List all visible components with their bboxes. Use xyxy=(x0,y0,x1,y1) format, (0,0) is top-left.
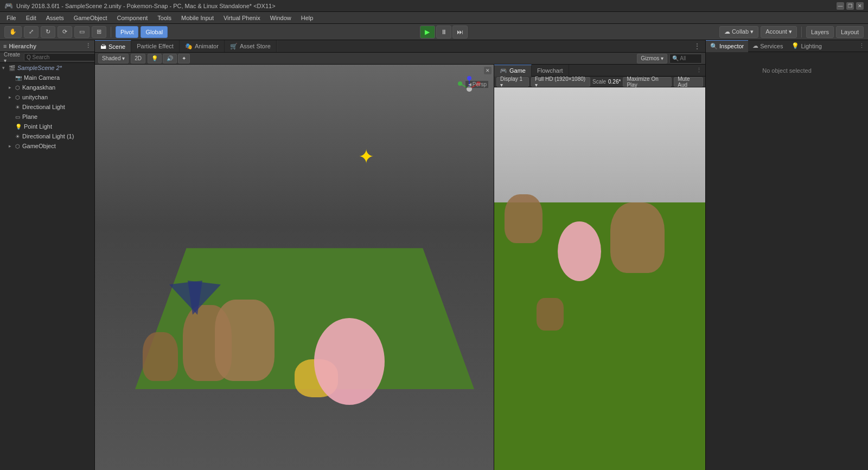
scene-view[interactable]: ✦ ◄Persp xyxy=(95,65,494,470)
maximize-play-button[interactable]: Maximize On Play xyxy=(623,77,672,87)
global-button[interactable]: Global xyxy=(141,26,168,38)
menu-virtual-phenix[interactable]: Virtual Phenix xyxy=(219,14,265,22)
menu-assets[interactable]: Assets xyxy=(42,14,68,22)
light2-icon: ☀ xyxy=(15,134,20,139)
menu-file[interactable]: File xyxy=(2,14,21,22)
tab-flowchart[interactable]: Flowchart xyxy=(532,65,569,77)
minimize-button[interactable]: — xyxy=(837,2,844,10)
scene-search-input[interactable] xyxy=(669,54,702,63)
mute-button[interactable]: Mute Aud xyxy=(674,77,703,87)
view-tabs: 🏔 Scene Particle Effect 🎭 Animator 🛒 Ass… xyxy=(95,40,705,53)
lighting-toggle[interactable]: 💡 xyxy=(148,54,162,63)
menu-edit[interactable]: Edit xyxy=(22,14,41,22)
lighting-icon: 💡 xyxy=(792,42,799,49)
menu-mobile-input[interactable]: Mobile Input xyxy=(177,14,218,22)
close-button[interactable]: ✕ xyxy=(856,2,864,10)
tab-lighting[interactable]: 💡 Lighting xyxy=(787,40,826,52)
top-right-buttons: ☁ Collab ▾ Account ▾ Layers Layout xyxy=(719,26,864,38)
rotate-tool-button[interactable]: ↻ xyxy=(41,26,55,38)
separator-1 xyxy=(111,27,111,37)
game-panel-options[interactable]: ⋮ xyxy=(696,67,705,74)
hierarchy-create-button[interactable]: Create ▾ xyxy=(2,51,22,64)
chansey-character xyxy=(314,318,385,405)
expand-arrow-go: ▸ xyxy=(9,143,15,149)
tab-scene[interactable]: 🏔 Scene xyxy=(95,40,131,52)
shading-button[interactable]: Shaded ▾ xyxy=(98,54,129,63)
game-kangaskhan2 xyxy=(610,202,665,273)
tab-animator[interactable]: 🎭 Animator xyxy=(180,40,225,52)
hierarchy-item-directionallight2[interactable]: ☀ Directional Light (1) xyxy=(0,131,94,141)
menu-bar: File Edit Assets GameObject Component To… xyxy=(0,12,868,24)
flowchart-tab-label: Flowchart xyxy=(537,67,563,74)
menu-component[interactable]: Component xyxy=(112,14,152,22)
hierarchy-item-kangaskhan[interactable]: ▸ ⬡ Kangaskhan xyxy=(0,82,94,92)
pointlight-icon: 💡 xyxy=(15,124,22,130)
play-button[interactable]: ▶ xyxy=(420,26,435,39)
menu-window[interactable]: Window xyxy=(266,14,296,22)
maximize-button[interactable]: ❐ xyxy=(846,2,854,10)
svg-point-5 xyxy=(467,76,471,80)
layout-button[interactable]: Layout xyxy=(836,26,864,38)
account-button[interactable]: Account ▾ xyxy=(761,26,797,38)
tab-game[interactable]: 🎮 Game xyxy=(494,65,532,77)
scene-background: ✦ ◄Persp xyxy=(95,65,494,470)
scene-name: SampleScene 2* xyxy=(17,65,62,71)
gizmos-button[interactable]: Gizmos ▾ xyxy=(637,54,667,63)
scene-toolbar: Shaded ▾ 2D 💡 🔊 ✦ Gizmos ▾ xyxy=(95,53,705,65)
pause-button[interactable]: ⏸ xyxy=(436,26,451,39)
hierarchy-search-input[interactable] xyxy=(24,53,95,61)
tab-asset-store[interactable]: 🛒 Asset Store xyxy=(225,40,277,52)
scene-icon: 🎬 xyxy=(9,65,15,71)
2d-button[interactable]: 2D xyxy=(131,54,145,63)
transform-tool-button[interactable]: ⊞ xyxy=(92,26,106,38)
menu-help[interactable]: Help xyxy=(297,14,318,22)
tab-services[interactable]: ☁ Services xyxy=(748,40,787,52)
collab-label: Collab ▾ xyxy=(732,28,754,35)
game-kangaskhan xyxy=(505,194,542,243)
scene-tab-label: Scene xyxy=(108,43,125,50)
tab-inspector[interactable]: 🔍 Inspector xyxy=(706,40,748,52)
doduo-character xyxy=(143,332,178,381)
rect-tool-button[interactable]: ▭ xyxy=(74,26,90,38)
hierarchy-item-pointlight[interactable]: 💡 Point Light xyxy=(0,122,94,131)
scene-panel-options[interactable]: ⋮ xyxy=(693,42,701,50)
scene-close-button[interactable]: ✕ xyxy=(484,67,492,74)
asset-store-tab-icon: 🛒 xyxy=(230,43,238,50)
hierarchy-item-maincamera[interactable]: 📷 Main Camera xyxy=(0,73,94,82)
scale-value: 0.26* xyxy=(608,79,621,85)
hierarchy-item-unitychan[interactable]: ▸ ⬡ unitychan xyxy=(0,92,94,102)
scale-tool-button[interactable]: ⟳ xyxy=(58,26,72,38)
hand-tool-button[interactable]: ✋ xyxy=(4,26,22,38)
hierarchy-item-gameobject[interactable]: ▸ ⬡ GameObject xyxy=(0,141,94,151)
kangaskhan-baby xyxy=(215,300,275,381)
resolution-button[interactable]: Full HD (1920×1080) ▾ xyxy=(531,77,590,87)
game-toolbar: Display 1 ▾ Full HD (1920×1080) ▾ Scale … xyxy=(494,77,705,87)
menu-gameobject[interactable]: GameObject xyxy=(69,14,112,22)
kangaskhan-label: Kangaskhan xyxy=(22,84,55,91)
scene-gizmo[interactable] xyxy=(456,75,483,103)
hierarchy-options-button[interactable]: ⋮ xyxy=(85,42,91,49)
move-tool-button[interactable]: ⤢ xyxy=(24,26,39,38)
pivot-button[interactable]: Pivot xyxy=(116,26,138,38)
inspector-empty-message: No object selected xyxy=(710,67,864,74)
tab-particle-effect[interactable]: Particle Effect xyxy=(131,40,180,52)
hierarchy-item-plane[interactable]: ▭ Plane xyxy=(0,112,94,122)
vfx-toggle[interactable]: ✦ xyxy=(178,54,190,63)
hierarchy-item-samplescene[interactable]: ▾ 🎬 SampleScene 2* xyxy=(0,63,94,73)
collab-button[interactable]: ☁ Collab ▾ xyxy=(719,26,758,38)
sound-toggle[interactable]: 🔊 xyxy=(163,54,177,63)
game-view: 🎮 Game Flowchart ⋮ Display 1 ▾ Full HD (… xyxy=(494,65,705,470)
gameobj-icon-go: ⬡ xyxy=(15,143,20,149)
layers-button[interactable]: Layers xyxy=(806,26,834,38)
scene-tab-group: 🏔 Scene Particle Effect 🎭 Animator 🛒 Ass… xyxy=(95,40,277,52)
animator-tab-icon: 🎭 xyxy=(185,43,193,50)
animator-tab-label: Animator xyxy=(195,43,219,49)
hierarchy-item-directionallight[interactable]: ☀ Directional Light xyxy=(0,102,94,112)
inspector-options[interactable]: ⋮ xyxy=(859,42,868,49)
asset-store-tab-label: Asset Store xyxy=(240,43,271,49)
menu-tools[interactable]: Tools xyxy=(153,14,176,22)
layers-area: Layers Layout xyxy=(806,26,864,38)
gameobject-label: GameObject xyxy=(22,143,56,149)
display-button[interactable]: Display 1 ▾ xyxy=(496,77,529,87)
step-button[interactable]: ⏭ xyxy=(452,26,468,39)
